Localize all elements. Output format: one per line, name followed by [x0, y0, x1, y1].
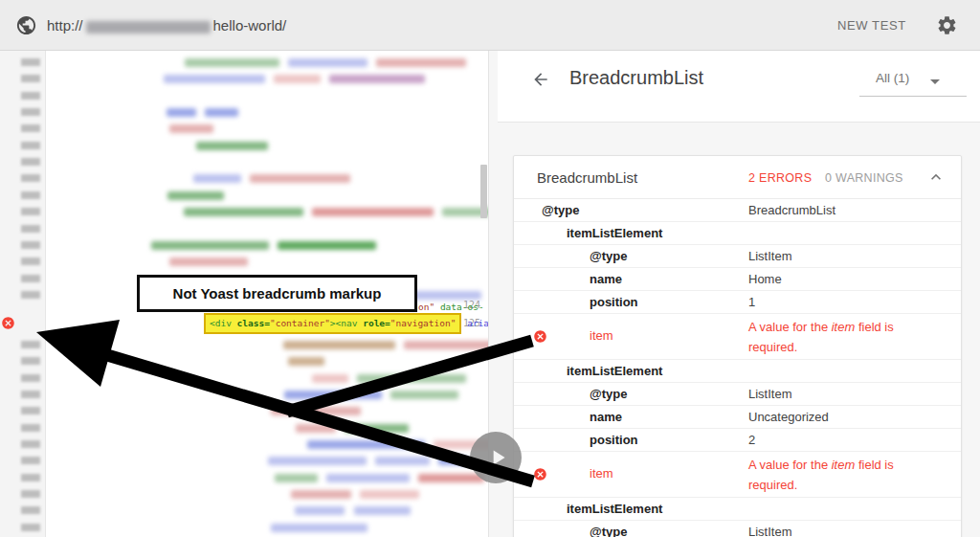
code-line-125: <div class="container"><nav role="naviga…: [204, 313, 489, 334]
settings-gear-icon[interactable]: [936, 14, 958, 36]
back-arrow-icon[interactable]: [531, 70, 550, 89]
play-button[interactable]: [470, 432, 522, 483]
property-key: position: [590, 295, 638, 309]
results-panel: BreadcrumbList All (1) BreadcrumbList 2 …: [489, 51, 980, 537]
property-key: name: [590, 410, 622, 424]
error-message: A value for the item field is required.: [748, 455, 930, 495]
card-title: BreadcrumbList: [537, 169, 637, 186]
globe-icon: [15, 14, 37, 36]
filter-selected-value: All (1): [876, 71, 909, 85]
code-line-125-overflow: aria-labe: [467, 318, 489, 328]
new-test-button[interactable]: NEW TEST: [837, 0, 906, 51]
property-key: @type: [590, 249, 627, 263]
property-row[interactable]: @typeListItem: [514, 383, 961, 406]
property-row[interactable]: @typeBreadcrumbList: [514, 199, 961, 222]
property-row[interactable]: @typeListItem: [514, 245, 961, 268]
highlighted-markup: <div class="container"><nav role="naviga…: [204, 313, 461, 334]
breadcrumblist-card: BreadcrumbList 2 ERRORS 0 WARNINGS @type…: [513, 155, 962, 537]
property-key: item: [590, 466, 613, 481]
property-row[interactable]: position1: [514, 291, 961, 314]
play-icon: [485, 445, 510, 470]
errors-count-badge: 2 ERRORS: [748, 171, 812, 185]
property-key: position: [590, 433, 638, 447]
error-icon: [533, 467, 547, 481]
property-key: itemListElement: [567, 502, 662, 516]
results-title: BreadcrumbList: [569, 67, 703, 89]
property-row[interactable]: itemListElement: [514, 360, 961, 383]
property-key: @type: [590, 525, 627, 537]
property-key: @type: [542, 203, 579, 217]
property-value: BreadcrumbList: [748, 203, 835, 217]
property-value: Home: [748, 272, 782, 286]
redacted-url-segment: [86, 21, 211, 34]
tested-url: http://hello-world/: [47, 0, 286, 51]
property-row[interactable]: itemListElement: [514, 498, 961, 521]
results-header: BreadcrumbList All (1): [498, 51, 980, 123]
property-key: itemListElement: [567, 226, 662, 240]
annotation-callout: Not Yoast breadcrumb markup: [137, 275, 417, 312]
property-row[interactable]: @typeListItem: [514, 521, 961, 537]
warnings-count-badge: 0 WARNINGS: [825, 171, 903, 185]
property-key: itemListElement: [567, 364, 662, 378]
error-message: A value for the item field is required.: [748, 317, 930, 357]
property-value: ListItem: [748, 249, 792, 263]
property-row-error[interactable]: itemA value for the item field is requir…: [514, 314, 961, 360]
code-line-124-fragment: on" data-os-: [418, 300, 484, 314]
property-row[interactable]: position2: [514, 429, 961, 452]
property-value: 2: [748, 433, 755, 447]
property-value: 1: [748, 295, 755, 309]
property-table: @typeBreadcrumbListitemListElement@typeL…: [514, 199, 961, 537]
property-key: name: [590, 272, 622, 286]
property-row[interactable]: nameHome: [514, 268, 961, 291]
source-code-panel: 124 125 on" data-os- Not Yoast breadcrum…: [0, 51, 489, 537]
property-row[interactable]: itemListElement: [514, 222, 961, 245]
card-header[interactable]: BreadcrumbList 2 ERRORS 0 WARNINGS: [514, 156, 961, 199]
property-value: ListItem: [748, 387, 792, 401]
error-icon: [533, 329, 547, 344]
property-row-error[interactable]: itemA value for the item field is requir…: [514, 452, 961, 498]
property-value: Uncategorized: [748, 410, 829, 424]
property-value: ListItem: [748, 525, 792, 537]
property-key: item: [590, 328, 613, 343]
property-row[interactable]: nameUncategorized: [514, 406, 961, 429]
top-bar: http://hello-world/ NEW TEST: [0, 0, 980, 51]
dropdown-caret-icon: [930, 79, 940, 84]
results-filter-dropdown[interactable]: All (1): [859, 64, 967, 97]
chevron-up-icon[interactable]: [926, 168, 946, 187]
code-scrollbar-thumb[interactable]: [480, 165, 487, 218]
line-error-icon: [1, 316, 15, 330]
property-key: @type: [590, 387, 627, 401]
